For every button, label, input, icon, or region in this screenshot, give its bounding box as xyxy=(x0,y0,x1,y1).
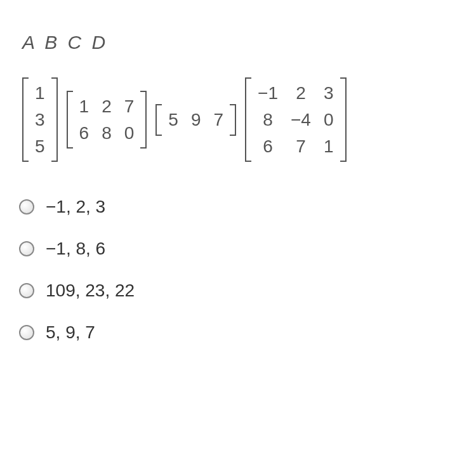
matrix-cell: 7 xyxy=(284,133,317,160)
radio-icon[interactable] xyxy=(19,199,34,215)
matrix-cell: 1 xyxy=(29,80,51,107)
matrix-cell: 9 xyxy=(185,107,208,133)
matrix-D-table: −1238−40671 xyxy=(251,80,340,159)
option-3[interactable]: 109, 23, 22 xyxy=(19,281,454,301)
matrix-cell: 0 xyxy=(317,107,340,133)
matrix-A: 135 xyxy=(22,77,58,162)
matrix-cell: 8 xyxy=(251,107,284,133)
matrix-cell: 1 xyxy=(317,133,340,160)
option-1[interactable]: −1, 2, 3 xyxy=(19,197,454,217)
matrix-cell: 8 xyxy=(95,120,118,147)
radio-icon[interactable] xyxy=(19,325,34,340)
option-4[interactable]: 5, 9, 7 xyxy=(19,322,454,343)
radio-icon[interactable] xyxy=(19,241,34,256)
option-2-label: −1, 8, 6 xyxy=(46,239,105,259)
option-1-label: −1, 2, 3 xyxy=(46,197,105,217)
matrix-B: 127680 xyxy=(67,91,147,149)
matrix-D: −1238−40671 xyxy=(245,77,346,162)
matrix-C-table: 597 xyxy=(162,107,230,133)
matrix-cell: 6 xyxy=(73,120,96,147)
matrix-C: 597 xyxy=(155,104,236,136)
matrix-cell: 1 xyxy=(73,93,96,120)
matrix-cell: 6 xyxy=(251,133,284,160)
matrix-cell: 5 xyxy=(162,107,185,133)
matrix-cell: −4 xyxy=(284,107,317,133)
answer-options: −1, 2, 3 −1, 8, 6 109, 23, 22 5, 9, 7 xyxy=(19,197,454,343)
matrix-cell: 3 xyxy=(29,107,51,133)
matrix-cell: 7 xyxy=(207,107,230,133)
matrix-cell: 7 xyxy=(118,93,141,120)
matrix-cell: −1 xyxy=(251,80,284,107)
matrix-labels: A B C D xyxy=(22,32,454,53)
matrix-B-table: 127680 xyxy=(73,93,141,147)
matrix-cell: 2 xyxy=(284,80,317,107)
radio-icon[interactable] xyxy=(19,283,34,298)
matrix-cell: 2 xyxy=(95,93,118,120)
matrix-A-table: 135 xyxy=(29,80,51,159)
matrix-cell: 0 xyxy=(118,120,141,147)
matrix-cell: 3 xyxy=(317,80,340,107)
option-2[interactable]: −1, 8, 6 xyxy=(19,239,454,259)
matrices-row: 135 127680 597 −1238−40671 xyxy=(22,77,454,162)
matrix-cell: 5 xyxy=(29,133,51,160)
option-3-label: 109, 23, 22 xyxy=(46,281,135,301)
option-4-label: 5, 9, 7 xyxy=(46,322,95,343)
